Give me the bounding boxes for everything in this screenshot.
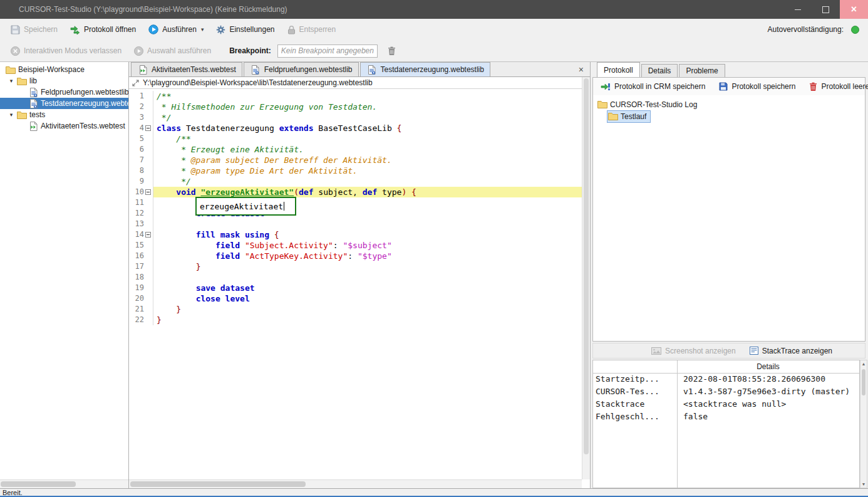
unlock-button[interactable]: Entsperren: [283, 23, 341, 37]
code-line[interactable]: 16 field "ActTypeKey.Activity": "$type": [129, 251, 582, 261]
sidebar-horizontal-scrollbar[interactable]: [0, 479, 128, 488]
code-line[interactable]: 4class Testdatenerzeugung extends BaseTe…: [129, 123, 582, 133]
fold-marker[interactable]: [144, 187, 153, 197]
workspace-tree-item[interactable]: ▾tests: [0, 109, 128, 120]
tree-item-label: Testdatenerzeugung.webtestlib: [39, 99, 128, 108]
code-line[interactable]: 22}: [129, 315, 582, 325]
workspace-tree-item[interactable]: AktivitaetenTests.webtest: [0, 120, 128, 132]
details-row-value: 2022-08-01T08:55:28.260696300: [677, 373, 825, 385]
tab-probleme[interactable]: Probleme: [679, 64, 725, 77]
code-text: class Testdatenerzeugung extends BaseTes…: [153, 123, 582, 133]
save-protocol-button[interactable]: Protokoll speichern: [715, 80, 800, 93]
close-icon: ×: [851, 4, 857, 14]
fold-gutter: [144, 176, 153, 187]
run-selection-button[interactable]: Auswahl ausführen: [130, 44, 215, 58]
autocomplete-popup-text: erzeugeAktivitaet: [200, 202, 283, 211]
editor-tab[interactable]: Testdatenerzeugung.webtestlib: [360, 62, 490, 76]
code-line[interactable]: 14 fill mask using {: [129, 229, 582, 240]
code-line[interactable]: 15 field "Subject.Activity": "$subject": [129, 240, 582, 251]
editor-tab[interactable]: Feldpruefungen.webtestlib: [244, 62, 359, 76]
stacktrace-icon: [750, 347, 758, 355]
log-tree: CURSOR-Test-Studio Log Testlauf: [592, 95, 865, 342]
log-root-label: CURSOR-Test-Studio Log: [608, 100, 697, 109]
expander-icon[interactable]: ▾: [6, 78, 16, 84]
log-tree-root-item[interactable]: CURSOR-Test-Studio Log: [593, 98, 865, 110]
line-number: 1: [129, 91, 144, 102]
details-row[interactable]: Fehlgeschl...false: [593, 411, 859, 423]
scroll-down-icon[interactable]: ▼: [860, 482, 867, 486]
maximize-button[interactable]: [812, 0, 840, 19]
scrollbar-thumb[interactable]: [584, 78, 589, 454]
code-line[interactable]: 7 * @param subject Der Betreff der Aktiv…: [129, 155, 582, 165]
editor-vertical-scrollbar[interactable]: [582, 77, 590, 479]
show-stacktrace-button[interactable]: StackTrace anzeigen: [750, 347, 832, 355]
autocomplete-popup[interactable]: erzeugeAktivitaet: [195, 197, 296, 216]
lib-file-icon: [250, 65, 261, 75]
tab-details[interactable]: Details: [641, 64, 678, 77]
tab-protokoll[interactable]: Protokoll: [597, 62, 640, 77]
scrollbar-thumb[interactable]: [1, 481, 76, 487]
workspace-tree-item[interactable]: Beispiel-Workspace: [0, 64, 128, 75]
settings-button[interactable]: Einstellungen: [212, 23, 279, 37]
selected-log-item[interactable]: Testlauf: [607, 110, 651, 123]
code-line[interactable]: 19 save dataset: [129, 283, 582, 293]
breakpoint-input[interactable]: [277, 44, 378, 58]
statusbar: Bereit.: [0, 488, 868, 497]
code-line[interactable]: 6 * Erzeugt eine Aktivität.: [129, 144, 582, 155]
code-line[interactable]: 5 /**: [129, 133, 582, 144]
collapse-icon[interactable]: [145, 232, 151, 238]
show-screenshot-button[interactable]: Screenshot anzeigen: [651, 347, 736, 355]
code-line[interactable]: 21 }: [129, 304, 582, 315]
minimize-button[interactable]: [783, 0, 812, 19]
code-line[interactable]: 1/**: [129, 91, 582, 102]
code-line[interactable]: 10 void "erzeugeAktivitaet"(def subject,…: [129, 187, 582, 197]
code-text: */: [153, 176, 582, 187]
collapse-icon[interactable]: [145, 189, 151, 195]
details-row[interactable]: Stacktrace<stacktrace was null>: [593, 398, 859, 411]
run-dropdown-icon[interactable]: ▾: [201, 26, 204, 33]
workspace-tree-item[interactable]: Feldpruefungen.webtestlib: [0, 86, 128, 98]
details-vertical-scrollbar[interactable]: ▲ ▼: [860, 360, 867, 488]
workspace-tree-item[interactable]: ▾lib: [0, 75, 128, 86]
editor-tab[interactable]: AktivitaetenTests.webtest: [131, 62, 242, 76]
run-button[interactable]: Ausführen ▾: [144, 22, 208, 37]
code-line[interactable]: 9 */: [129, 176, 582, 187]
expander-icon[interactable]: ▾: [6, 112, 16, 118]
leave-interactive-mode-button[interactable]: Interaktiven Modus verlassen: [6, 44, 126, 58]
maximize-editor-icon[interactable]: [132, 80, 139, 86]
log-tree-testlauf-item[interactable]: Testlauf: [593, 110, 865, 122]
close-button[interactable]: ×: [840, 0, 868, 19]
details-row[interactable]: Startzeitp...2022-08-01T08:55:28.2606963…: [593, 373, 859, 385]
code-line[interactable]: 3 */: [129, 112, 582, 123]
code-line[interactable]: 13: [129, 219, 582, 229]
editor-horizontal-scrollbar[interactable]: [129, 479, 582, 488]
close-editor-icon[interactable]: ×: [579, 65, 584, 74]
open-protocol-button[interactable]: Protokoll öffnen: [66, 23, 140, 37]
code-text: void "erzeugeAktivitaet"(def subject, de…: [153, 187, 582, 197]
secondary-toolbar: Interaktiven Modus verlassen Auswahl aus…: [0, 40, 868, 62]
code-line[interactable]: 18: [129, 272, 582, 283]
save-button[interactable]: Speichern: [6, 23, 62, 37]
line-number: 17: [129, 261, 144, 272]
window-controls: ×: [783, 0, 868, 19]
code-line[interactable]: 2 * Hilfsmethoden zur Erzeugung von Test…: [129, 102, 582, 112]
code-line[interactable]: 8 * @param type Die Art der Aktivität.: [129, 165, 582, 176]
code-line[interactable]: 20 close level: [129, 293, 582, 304]
code-area[interactable]: 1/**2 * Hilfsmethoden zur Erzeugung von …: [129, 89, 582, 479]
text-cursor: [284, 202, 284, 211]
workspace-tree-item[interactable]: Testdatenerzeugung.webtestlib: [0, 98, 128, 109]
fold-marker[interactable]: [144, 123, 153, 133]
clear-protocol-button[interactable]: Protokoll leeren: [805, 80, 868, 93]
scrollbar-thumb[interactable]: [130, 481, 306, 487]
save-protocol-crm-button[interactable]: Protokoll in CRM speichern: [596, 80, 710, 93]
scrollbar-thumb[interactable]: [862, 369, 865, 395]
log-child-label: Testlauf: [619, 112, 646, 121]
fold-marker[interactable]: [144, 229, 153, 240]
delete-breakpoint-icon[interactable]: [388, 46, 396, 56]
scroll-up-icon[interactable]: ▲: [860, 362, 867, 366]
details-row[interactable]: CURSOR-Tes...v1.4.3-587-g75e96e3-dirty (…: [593, 385, 859, 398]
details-rows: Startzeitp...2022-08-01T08:55:28.2606963…: [593, 373, 859, 488]
collapse-icon[interactable]: [145, 125, 151, 131]
fold-gutter: [144, 197, 153, 208]
code-line[interactable]: 17 }: [129, 261, 582, 272]
